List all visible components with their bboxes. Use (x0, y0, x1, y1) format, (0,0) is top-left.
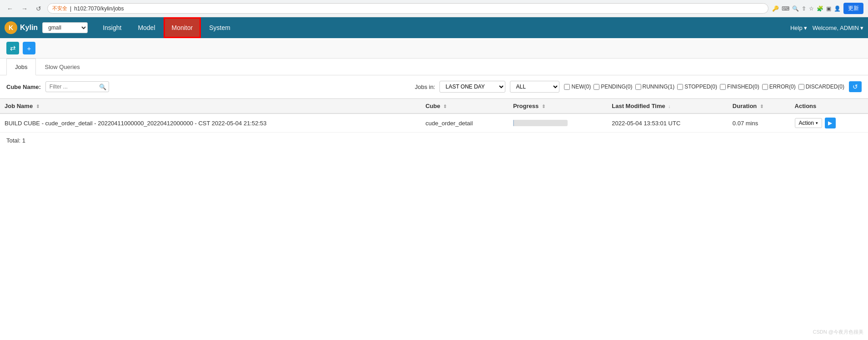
col-actions-label: Actions (795, 103, 817, 109)
back-button[interactable]: ← (5, 4, 15, 13)
sort-icon-cube[interactable]: ⇕ (443, 104, 447, 109)
col-progress: Progress ⇕ (509, 99, 607, 114)
help-chevron: ▾ (804, 25, 807, 31)
col-actions: Actions (790, 99, 868, 114)
actions-cell: Action ▾ ▶ (790, 113, 868, 133)
jobs-table: Job Name ⇕ Cube ⇕ Progress ⇕ Last Modifi… (0, 99, 868, 133)
forward-button[interactable]: → (19, 4, 30, 13)
tabs-bar: Jobs Slow Queries (0, 59, 868, 75)
col-last-modified: Last Modified Time ↓ (607, 99, 728, 114)
sort-icon-progress[interactable]: ⇕ (542, 104, 545, 109)
checkbox-pending-input[interactable] (594, 84, 599, 90)
nav-items: Insight Model Monitor System (95, 17, 239, 38)
browser-icon-7: ▣ (826, 5, 831, 12)
sort-icon-last-modified[interactable]: ↓ (668, 104, 670, 109)
progress-bar-fill (513, 120, 514, 126)
update-button[interactable]: 更新 (843, 3, 863, 14)
admin-button[interactable]: Welcome, ADMIN ▾ (813, 25, 863, 31)
tab-slow-queries[interactable]: Slow Queries (36, 59, 88, 75)
url-text: h102:7070/kylin/jobs (74, 5, 124, 12)
share-button[interactable]: ⇄ (6, 42, 19, 54)
duration-cell: 0.07 mins (728, 113, 790, 133)
browser-actions: 🔑 ⌨ 🔍 ⇧ ☆ 🧩 ▣ 👤 更新 (772, 3, 863, 14)
sub-toolbar: ⇄ + (0, 38, 868, 59)
project-select[interactable]: gmall (42, 22, 88, 33)
logo-text: Kylin (20, 24, 38, 32)
nav-right: Help ▾ Welcome, ADMIN ▾ (790, 25, 863, 31)
nav-system[interactable]: System (201, 17, 239, 38)
browser-icon-8: 👤 (834, 5, 841, 12)
browser-icon-1: 🔑 (772, 5, 779, 12)
last-modified-cell: 2022-05-04 13:53:01 UTC (607, 113, 728, 133)
duration-value: 0.07 mins (733, 120, 758, 127)
checkbox-finished-input[interactable] (720, 84, 726, 90)
browser-icon-2: ⌨ (782, 5, 789, 12)
checkbox-running[interactable]: RUNNING(1) (635, 84, 675, 90)
tab-jobs[interactable]: Jobs (6, 59, 36, 75)
progress-cell (509, 113, 607, 133)
col-job-name-label: Job Name (5, 103, 33, 109)
detail-icon: ▶ (828, 120, 832, 126)
help-label: Help (790, 25, 803, 31)
security-warning: 不安全 (52, 5, 67, 12)
browser-icon-5: ☆ (809, 5, 814, 12)
total-label: Total: 1 (0, 133, 868, 148)
checkbox-stopped[interactable]: STOPPED(0) (677, 84, 717, 90)
checkbox-discarded-input[interactable] (798, 84, 804, 90)
detail-button[interactable]: ▶ (825, 118, 836, 128)
help-button[interactable]: Help ▾ (790, 25, 807, 31)
checkbox-stopped-input[interactable] (677, 84, 683, 90)
job-name-cell: BUILD CUBE - cude_order_detail - 2022041… (0, 113, 421, 133)
checkbox-error[interactable]: ERROR(0) (762, 84, 796, 90)
checkbox-error-input[interactable] (762, 84, 768, 90)
add-button[interactable]: + (23, 42, 35, 54)
col-duration: Duration ⇕ (728, 99, 790, 114)
nav-insight[interactable]: Insight (95, 17, 130, 38)
nav-monitor[interactable]: Monitor (164, 17, 201, 38)
jobs-in-select[interactable]: LAST ONE DAY LAST ONE WEEK LAST ONE MONT… (439, 81, 505, 93)
sort-icon-duration[interactable]: ⇕ (760, 104, 763, 109)
reload-button[interactable]: ↺ (34, 4, 44, 13)
col-job-name: Job Name ⇕ (0, 99, 421, 114)
checkbox-pending[interactable]: PENDING(0) (594, 84, 632, 90)
checkbox-new[interactable]: NEW(0) (564, 84, 591, 90)
refresh-icon: ↺ (853, 83, 858, 90)
browser-icon-4: ⇧ (802, 5, 806, 12)
sort-icon-job-name[interactable]: ⇕ (36, 104, 40, 109)
table-row: BUILD CUBE - cude_order_detail - 2022041… (0, 113, 868, 133)
browser-icon-3: 🔍 (792, 5, 799, 12)
add-icon: + (27, 44, 31, 52)
checkbox-finished[interactable]: FINISHED(0) (720, 84, 759, 90)
action-chevron-icon: ▾ (816, 121, 818, 125)
col-progress-label: Progress (513, 103, 539, 109)
table-container: Job Name ⇕ Cube ⇕ Progress ⇕ Last Modifi… (0, 99, 868, 133)
url-bar: 不安全 | h102:7070/kylin/jobs (47, 3, 768, 14)
job-name-value: BUILD CUBE - cude_order_detail - 2022041… (5, 120, 267, 127)
col-cube-label: Cube (425, 103, 440, 109)
action-dropdown-button[interactable]: Action ▾ (795, 118, 822, 128)
url-separator: | (70, 5, 71, 12)
nav-model[interactable]: Model (130, 17, 163, 38)
last-modified-value: 2022-05-04 13:53:01 UTC (612, 120, 680, 127)
jobs-in-label: Jobs in: (415, 84, 435, 90)
cube-name-filter-wrapper: 🔍 (45, 81, 109, 92)
action-label: Action (799, 120, 814, 126)
refresh-button[interactable]: ↺ (849, 81, 862, 92)
checkbox-new-input[interactable] (564, 84, 570, 90)
checkbox-discarded[interactable]: DISCARDED(0) (798, 84, 844, 90)
actions-wrapper: Action ▾ ▶ (795, 118, 863, 128)
status-filter-select[interactable]: ALL NEW PENDING RUNNING STOPPED FINISHED… (510, 81, 559, 93)
checkbox-running-input[interactable] (635, 84, 641, 90)
browser-icon-6: 🧩 (817, 5, 823, 12)
app-navbar: K Kylin gmall Insight Model Monitor Syst… (0, 17, 868, 38)
admin-label: Welcome, ADMIN (813, 25, 859, 31)
checkbox-group: NEW(0) PENDING(0) RUNNING(1) STOPPED(0) … (564, 84, 844, 90)
filter-bar: Cube Name: 🔍 Jobs in: LAST ONE DAY LAST … (0, 75, 868, 99)
search-icon: 🔍 (99, 84, 106, 90)
app-logo: K Kylin (5, 21, 38, 34)
browser-bar: ← → ↺ 不安全 | h102:7070/kylin/jobs 🔑 ⌨ 🔍 ⇧… (0, 0, 868, 17)
admin-chevron: ▾ (860, 25, 863, 31)
cube-cell: cude_order_detail (421, 113, 509, 133)
cube-name-label: Cube Name: (6, 84, 41, 90)
col-last-modified-label: Last Modified Time (612, 103, 665, 109)
